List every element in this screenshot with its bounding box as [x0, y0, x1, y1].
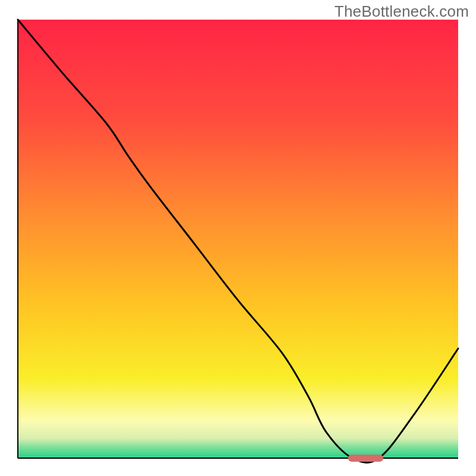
watermark-text: TheBottleneck.com — [334, 2, 469, 21]
optimal-marker — [348, 455, 383, 462]
bottleneck-chart — [0, 0, 476, 476]
chart-container: TheBottleneck.com — [0, 0, 476, 476]
plot-background — [18, 20, 458, 458]
